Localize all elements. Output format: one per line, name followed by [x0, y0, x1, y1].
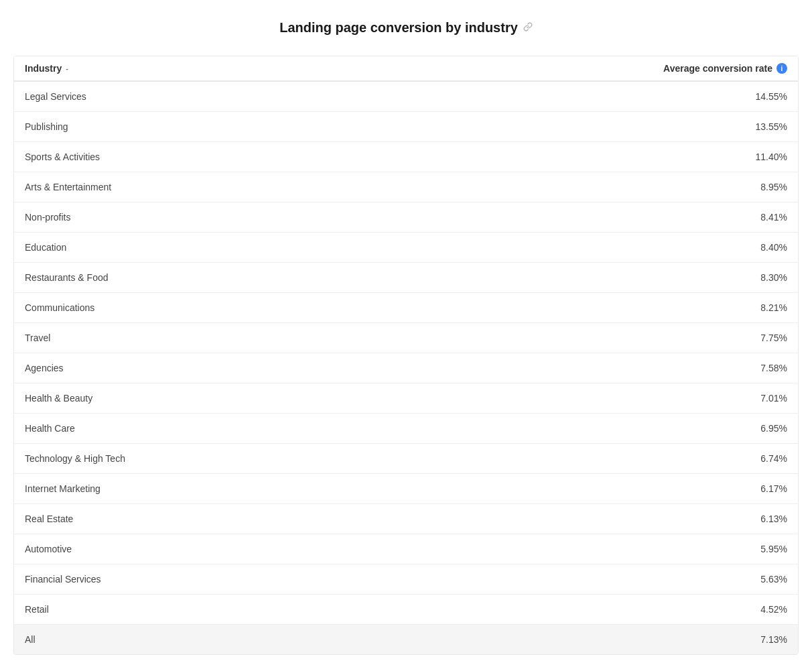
title-row: Landing page conversion by industry — [13, 13, 799, 36]
row-conversion-value: 14.55% — [756, 91, 787, 102]
table-row[interactable]: Automotive5.95% — [14, 534, 798, 564]
table-row[interactable]: Travel7.75% — [14, 323, 798, 353]
link-icon[interactable] — [523, 22, 533, 34]
row-industry-label: Sports & Activities — [25, 152, 100, 162]
table-row[interactable]: Internet Marketing6.17% — [14, 474, 798, 504]
row-conversion-value: 13.55% — [756, 121, 787, 132]
row-conversion-value: 6.13% — [760, 513, 787, 524]
row-conversion-value: 5.95% — [760, 544, 787, 554]
table-row[interactable]: Education8.40% — [14, 233, 798, 263]
table-row[interactable]: All7.13% — [14, 625, 798, 654]
row-industry-label: Real Estate — [25, 513, 73, 524]
row-industry-label: Communications — [25, 302, 94, 313]
row-industry-label: Technology & High Tech — [25, 453, 125, 464]
row-conversion-value: 7.75% — [760, 332, 787, 343]
row-conversion-value: 8.21% — [760, 302, 787, 313]
row-industry-label: Restaurants & Food — [25, 272, 109, 283]
row-industry-label: Financial Services — [25, 574, 101, 585]
row-industry-label: Arts & Entertainment — [25, 182, 111, 192]
table-row[interactable]: Non-profits8.41% — [14, 202, 798, 233]
row-industry-label: Education — [25, 242, 66, 253]
table-header: Industry - Average conversion rate i — [14, 56, 798, 82]
row-industry-label: Legal Services — [25, 91, 86, 102]
row-conversion-value: 7.58% — [760, 363, 787, 373]
row-industry-label: Retail — [25, 604, 49, 615]
row-conversion-value: 11.40% — [756, 152, 787, 162]
table-row[interactable]: Sports & Activities11.40% — [14, 142, 798, 172]
table-row[interactable]: Health & Beauty7.01% — [14, 383, 798, 414]
row-conversion-value: 6.95% — [760, 423, 787, 434]
table-row[interactable]: Retail4.52% — [14, 595, 798, 625]
row-conversion-value: 7.01% — [760, 393, 787, 404]
row-industry-label: Internet Marketing — [25, 483, 100, 494]
row-conversion-value: 8.30% — [760, 272, 787, 283]
row-conversion-value: 8.41% — [760, 212, 787, 223]
row-industry-label: Agencies — [25, 363, 64, 373]
row-conversion-value: 6.74% — [760, 453, 787, 464]
row-industry-label: Non-profits — [25, 212, 70, 223]
info-badge[interactable]: i — [776, 63, 787, 74]
table-row[interactable]: Publishing13.55% — [14, 112, 798, 142]
sort-indicator: - — [66, 64, 68, 72]
table-row[interactable]: Financial Services5.63% — [14, 564, 798, 595]
row-conversion-value: 5.63% — [760, 574, 787, 585]
row-industry-label: Travel — [25, 332, 50, 343]
row-industry-label: All — [25, 634, 36, 645]
row-conversion-value: 8.40% — [760, 242, 787, 253]
table-row[interactable]: Agencies7.58% — [14, 353, 798, 383]
table-row[interactable]: Arts & Entertainment8.95% — [14, 172, 798, 202]
row-conversion-value: 7.13% — [760, 634, 787, 645]
data-table: Industry - Average conversion rate i Leg… — [13, 56, 799, 655]
industry-label: Industry — [25, 63, 62, 74]
row-industry-label: Health Care — [25, 423, 75, 434]
row-industry-label: Health & Beauty — [25, 393, 92, 404]
row-conversion-value: 4.52% — [760, 604, 787, 615]
page-title: Landing page conversion by industry — [279, 20, 518, 36]
table-row[interactable]: Restaurants & Food8.30% — [14, 263, 798, 293]
table-row[interactable]: Real Estate6.13% — [14, 504, 798, 534]
row-industry-label: Automotive — [25, 544, 72, 554]
row-conversion-value: 6.17% — [760, 483, 787, 494]
table-row[interactable]: Health Care6.95% — [14, 414, 798, 444]
table-body: Legal Services14.55%Publishing13.55%Spor… — [14, 82, 798, 654]
table-row[interactable]: Legal Services14.55% — [14, 82, 798, 112]
column-header-conversion: Average conversion rate i — [663, 63, 787, 74]
table-row[interactable]: Technology & High Tech6.74% — [14, 444, 798, 474]
table-row[interactable]: Communications8.21% — [14, 293, 798, 323]
conversion-label: Average conversion rate — [663, 63, 772, 74]
page-container: Landing page conversion by industry Indu… — [0, 0, 812, 665]
row-industry-label: Publishing — [25, 121, 68, 132]
row-conversion-value: 8.95% — [760, 182, 787, 192]
column-header-industry[interactable]: Industry - — [25, 63, 68, 74]
